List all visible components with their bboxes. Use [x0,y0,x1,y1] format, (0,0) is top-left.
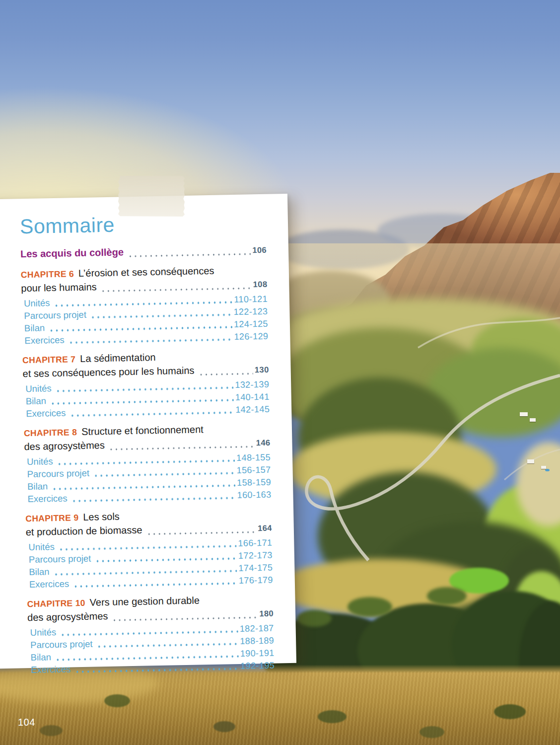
chapter-kicker: CHAPITRE 7 [22,353,76,367]
shrub [104,694,130,707]
dotted-leader [90,312,232,318]
toc-chapter-7: CHAPITRE 7 La sédimentation et ses consé… [22,349,270,420]
item-pages: 160-163 [237,489,271,502]
chapter-page-number: 146 [256,436,270,450]
item-pages: 166-171 [238,537,272,550]
dotted-leader [109,444,255,450]
tree-top [297,610,332,627]
item-pages: 132-139 [235,378,269,391]
item-pages: 176-179 [239,574,273,587]
item-pages: 182-187 [240,622,274,635]
farm-building [520,412,528,416]
dotted-leader [70,410,234,417]
dotted-leader [73,581,237,588]
item-label: Unités [27,626,56,639]
chapter-title: des agrosystèmes [27,609,108,624]
chapter-title: Vers une gestion durable [89,594,200,609]
item-pages: 148-155 [236,451,271,464]
chapter-kicker: CHAPITRE 9 [25,511,79,525]
chapter-title: L’érosion et ses conséquences [78,264,214,280]
item-label: Unités [23,382,52,395]
dotted-leader [97,642,239,648]
item-label: Unités [21,297,50,309]
dotted-leader [93,471,235,477]
chapter-page-number: 180 [259,607,274,621]
farm-building [530,418,536,422]
toc-entry-intro: Les acquis du collège 106 [20,243,267,262]
tree-top [348,597,392,617]
chapter-title: pour les humains [21,280,97,295]
dotted-leader [128,251,251,257]
chapter-kicker: CHAPITRE 10 [27,596,85,611]
dotted-leader [146,529,256,535]
tree-top [427,587,467,605]
chapter-kicker: CHAPITRE 6 [21,267,74,282]
toc-chapter-9: CHAPITRE 9 Les sols et production de bio… [25,507,273,591]
chapter-title: et ses conséquences pour les humains [22,364,194,381]
item-pages: 188-189 [240,635,274,648]
page-folio-number: 104 [18,717,35,728]
pool [545,469,550,471]
toc-chapter-10: CHAPITRE 10 Vers une gestion durable des… [27,593,275,676]
item-pages: 158-159 [237,476,271,489]
dotted-leader [101,286,252,292]
adhesive-tape [118,176,185,217]
chapter-page-number: 108 [253,278,267,292]
item-label: Parcours projet [28,638,93,651]
item-label: Exercices [28,663,71,676]
dotted-leader [74,667,239,673]
item-label: Bilan [28,651,51,664]
dotted-leader [199,371,254,375]
item-label: Parcours projet [21,308,86,322]
item-label: Exercices [22,334,65,347]
item-pages: 110-121 [234,293,268,306]
item-label: Parcours projet [24,467,89,480]
item-pages: 156-157 [236,464,271,477]
item-pages: 124-125 [234,318,268,331]
shrub [318,710,347,723]
dotted-leader [69,337,233,344]
item-pages: 142-145 [235,403,270,416]
dotted-leader [71,496,236,502]
item-pages: 192-195 [240,660,275,672]
item-label: Unités [24,455,53,468]
chapter-page-number: 130 [255,363,269,377]
toc-chapter-8: CHAPITRE 8 Structure et fonctionnement d… [24,422,272,505]
item-pages: 140-141 [235,391,270,404]
item-pages: 172-173 [238,549,273,562]
item-label: Unités [26,540,55,553]
item-label: Parcours projet [26,552,91,566]
farm-building [541,466,546,469]
shrub [213,721,235,732]
item-label: Bilan [25,480,48,493]
chapter-kicker: CHAPITRE 8 [24,426,77,440]
chapter-page-number: 164 [258,522,272,535]
chapter-title: et production de biomasse [26,523,142,539]
item-label: Bilan [26,565,50,578]
item-label: Exercices [27,577,70,591]
chapter-title: Les sols [83,510,120,523]
item-label: Bilan [22,321,45,334]
item-pages: 174-175 [238,562,273,575]
chapter-title: des agrosystèmes [24,439,105,453]
intro-label: Les acquis du collège [20,245,124,261]
sommaire-card: Sommaire Les acquis du collège 106 CHAPI… [0,194,296,669]
dotted-leader [95,556,237,562]
item-pages: 126-129 [234,330,268,343]
item-label: Bilan [23,394,47,407]
chapter-title: Structure et fonctionnement [81,423,204,439]
shrub [494,704,526,719]
toc-chapter-6: CHAPITRE 6 L’érosion et ses conséquences… [21,263,269,347]
item-pages: 122-123 [233,305,268,318]
item-label: Exercices [23,407,66,420]
shrub [40,725,63,736]
farm-building [527,459,534,463]
chapter-title: La sédimentation [80,351,156,366]
item-pages: 190-191 [240,647,275,660]
intro-page-number: 106 [252,243,267,257]
item-label: Exercices [25,492,68,505]
dotted-leader [112,615,258,621]
shrub [420,726,444,738]
